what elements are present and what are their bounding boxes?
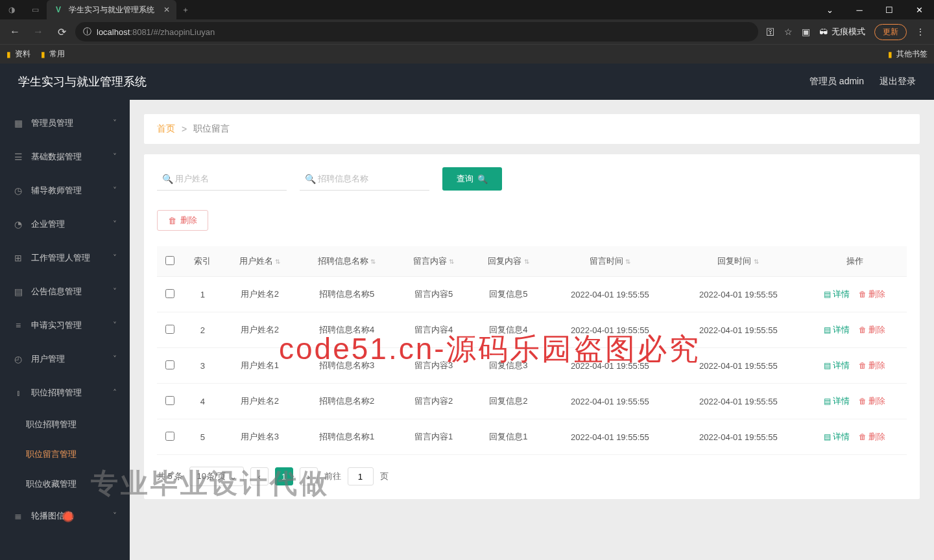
bookmarks-bar: ▮资料 ▮常用 ▮其他书签 <box>0 44 934 64</box>
sort-icon[interactable]: ⇅ <box>625 258 630 265</box>
chevron-down-icon: ⌄ <box>230 472 237 482</box>
table-header-row: 索引 用户姓名 ⇅ 招聘信息名称 ⇅ 留言内容 ⇅ 回复内容 ⇅ 留言时间 ⇅ … <box>157 246 907 277</box>
cell-user: 用户姓名2 <box>222 277 297 312</box>
cell-ops: ▤详情🗑删除 <box>802 419 907 455</box>
tab-history-icon[interactable]: ◑ <box>0 0 23 19</box>
app-header: 学生实习与就业管理系统 管理员 admin 退出登录 <box>0 64 934 100</box>
prev-page-button[interactable]: ‹ <box>250 467 269 485</box>
sidebar-item[interactable]: ▦管理员管理˅ <box>0 106 130 140</box>
sidebar-item[interactable]: ☰基础数据管理˅ <box>0 140 130 174</box>
detail-link[interactable]: ▤详情 <box>824 360 850 370</box>
close-window-button[interactable]: ✕ <box>904 0 934 19</box>
tab-blank-icon[interactable]: ▭ <box>23 0 47 19</box>
detail-link[interactable]: ▤详情 <box>824 432 850 441</box>
cell-msg: 留言内容2 <box>396 384 471 419</box>
row-checkbox[interactable] <box>165 325 174 334</box>
row-checkbox[interactable] <box>165 289 174 298</box>
username-input[interactable] <box>157 167 287 191</box>
sidebar-item[interactable]: ◷辅导教师管理˅ <box>0 174 130 207</box>
url-path: /#/zhaopinLiuyan <box>151 27 215 37</box>
tabs-dropdown-icon[interactable]: ⌄ <box>815 0 844 19</box>
detail-link[interactable]: ▤详情 <box>824 396 850 406</box>
sidebar-item[interactable]: ⊞工作管理人管理˅ <box>0 241 130 275</box>
delete-link[interactable]: 🗑删除 <box>859 432 885 441</box>
row-checkbox[interactable] <box>165 360 174 369</box>
sort-icon[interactable]: ⇅ <box>754 258 759 265</box>
search-user-wrap: 🔍 <box>157 167 287 191</box>
minimize-button[interactable]: ─ <box>844 0 874 19</box>
chevron-down-icon: ˅ <box>113 220 117 229</box>
detail-link[interactable]: ▤详情 <box>824 289 850 299</box>
key-icon[interactable]: ⚿ <box>766 27 775 37</box>
page-1-button[interactable]: 1 <box>275 467 293 485</box>
url-input[interactable]: ⓘ localhost:8081/#/zhaopinLiuyan <box>75 22 758 41</box>
delete-link[interactable]: 🗑删除 <box>859 325 885 334</box>
cell-job: 招聘信息名称5 <box>297 277 396 312</box>
delete-link[interactable]: 🗑删除 <box>859 289 885 299</box>
bulk-delete-button[interactable]: 🗑删除 <box>157 210 208 231</box>
sort-icon[interactable]: ⇅ <box>275 258 280 265</box>
next-page-button[interactable]: › <box>300 467 318 485</box>
query-button[interactable]: 查询🔍 <box>442 167 502 191</box>
table-row: 3用户姓名1招聘信息名称3留言内容3回复信息32022-04-01 19:55:… <box>157 348 907 384</box>
search-icon: 🔍 <box>477 174 488 184</box>
table-row: 4用户姓名2招聘信息名称2留言内容2回复信息22022-04-01 19:55:… <box>157 384 907 419</box>
cell-ops: ▤详情🗑删除 <box>802 277 907 312</box>
bookmark-folder-1[interactable]: ▮资料 <box>6 49 30 60</box>
sidebar-item[interactable]: ▤公告信息管理˅ <box>0 275 130 309</box>
sidebar: ▦管理员管理˅☰基础数据管理˅◷辅导教师管理˅◔企业管理˅⊞工作管理人管理˅▤公… <box>0 100 130 560</box>
col-reply: 回复内容 <box>488 256 521 266</box>
cell-mtime: 2022-04-01 19:55:55 <box>545 312 674 348</box>
logout-link[interactable]: 退出登录 <box>880 76 916 88</box>
delete-link[interactable]: 🗑删除 <box>859 396 885 406</box>
extensions-icon[interactable]: ▣ <box>802 27 810 37</box>
forward-button[interactable]: → <box>29 22 48 41</box>
sort-icon[interactable]: ⇅ <box>524 258 529 265</box>
sort-icon[interactable]: ⇅ <box>370 258 376 265</box>
menu-icon[interactable]: ⋮ <box>916 27 925 37</box>
cell-job: 招聘信息名称2 <box>297 384 396 419</box>
tab-title: 学生实习与就业管理系统 <box>69 5 158 16</box>
other-bookmarks[interactable]: ▮其他书签 <box>888 49 928 60</box>
update-button[interactable]: 更新 <box>874 24 907 40</box>
bookmark-folder-2[interactable]: ▮常用 <box>41 49 65 60</box>
goto-page-input[interactable] <box>348 467 374 485</box>
row-checkbox[interactable] <box>165 396 174 405</box>
reload-button[interactable]: ⟳ <box>52 22 71 41</box>
sidebar-label: 辅导教师管理 <box>31 185 82 196</box>
page-size-select[interactable]: 10条/页⌄ <box>189 467 243 486</box>
star-icon[interactable]: ☆ <box>784 27 793 37</box>
breadcrumb-home[interactable]: 首页 <box>157 123 175 135</box>
new-tab-button[interactable]: ＋ <box>176 5 195 16</box>
jobname-input[interactable] <box>300 167 429 191</box>
col-job: 招聘信息名称 <box>318 256 368 266</box>
cell-rtime: 2022-04-01 19:55:55 <box>674 384 802 419</box>
sidebar-subitem[interactable]: 职位留言管理 <box>0 439 130 469</box>
detail-link[interactable]: ▤详情 <box>824 325 850 334</box>
sidebar-subitem[interactable]: 职位招聘管理 <box>0 410 130 439</box>
cell-msg: 留言内容3 <box>396 348 471 384</box>
sidebar-subitem[interactable]: 职位收藏管理 <box>0 469 130 499</box>
back-button[interactable]: ← <box>5 22 25 41</box>
cell-mtime: 2022-04-01 19:55:55 <box>545 277 674 312</box>
cell-job: 招聘信息名称1 <box>297 419 396 455</box>
close-icon[interactable]: ✕ <box>163 5 170 14</box>
select-all-checkbox[interactable] <box>165 256 174 265</box>
sidebar-item[interactable]: ≣轮播图信息˅ <box>0 499 130 533</box>
maximize-button[interactable]: ☐ <box>874 0 904 19</box>
sidebar-item[interactable]: ≡申请实习管理˅ <box>0 309 130 342</box>
sort-icon[interactable]: ⇅ <box>449 258 454 265</box>
sidebar-item[interactable]: ◴用户管理˅ <box>0 342 130 376</box>
sidebar-item[interactable]: ⫾职位招聘管理˄ <box>0 376 130 410</box>
pager-total: 共 5 条 <box>157 471 183 482</box>
sidebar-label: 企业管理 <box>31 218 65 230</box>
browser-tab-active[interactable]: V 学生实习与就业管理系统 ✕ <box>47 0 176 19</box>
delete-link[interactable]: 🗑删除 <box>859 360 885 370</box>
row-checkbox[interactable] <box>165 432 174 441</box>
cell-mtime: 2022-04-01 19:55:55 <box>545 384 674 419</box>
menu-icon: ▤ <box>13 286 23 297</box>
search-icon: 🔍 <box>162 174 173 184</box>
content-area: 首页 > 职位留言 🔍 🔍 查询🔍 🗑删除 <box>130 100 934 560</box>
sidebar-item[interactable]: ◔企业管理˅ <box>0 207 130 241</box>
address-bar: ← → ⟳ ⓘ localhost:8081/#/zhaopinLiuyan ⚿… <box>0 19 934 44</box>
